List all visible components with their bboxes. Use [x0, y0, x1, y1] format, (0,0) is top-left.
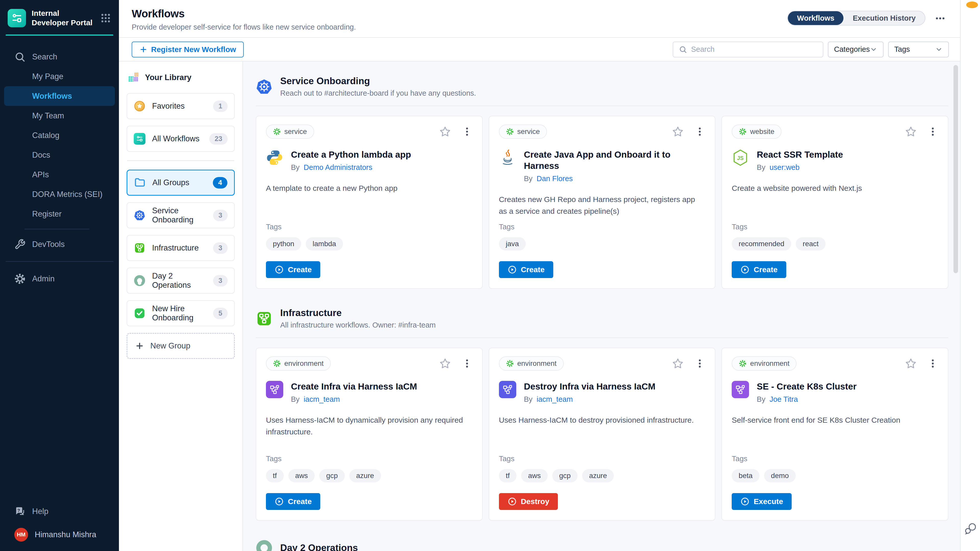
- sidebar-item-help[interactable]: ? Help: [4, 502, 115, 521]
- tag-pill[interactable]: azure: [582, 469, 614, 483]
- tag-pill[interactable]: beta: [732, 469, 759, 483]
- card-owner-link[interactable]: iacm_team: [304, 395, 340, 403]
- create-button[interactable]: Create: [732, 261, 786, 278]
- library-group-day-2-operations[interactable]: Day 2 Operations3: [127, 268, 235, 294]
- card-menu-icon[interactable]: [928, 126, 938, 137]
- register-new-workflow-button[interactable]: Register New Workflow: [132, 41, 244, 57]
- header-menu-icon[interactable]: [935, 13, 946, 24]
- card-description: Create a website powered with Next.js: [732, 183, 938, 194]
- play-icon: [508, 265, 517, 274]
- create-button[interactable]: Create: [266, 493, 320, 510]
- tag-pill[interactable]: python: [266, 237, 301, 251]
- tag-pill[interactable]: aws: [521, 469, 548, 483]
- new-group-button[interactable]: New Group: [127, 333, 235, 359]
- tag-pill[interactable]: java: [499, 237, 526, 251]
- tag-pill[interactable]: azure: [349, 469, 381, 483]
- user-name: Himanshu Mishra: [35, 530, 96, 539]
- tab-workflows[interactable]: Workflows: [788, 11, 843, 25]
- categories-select[interactable]: Categories: [828, 41, 883, 57]
- card-type-chip[interactable]: website: [732, 124, 781, 139]
- card-owner-link[interactable]: Demo Administrators: [304, 163, 372, 171]
- card-owner-link[interactable]: user:web: [770, 163, 800, 171]
- sidebar-item-apis[interactable]: APIs: [4, 165, 115, 184]
- tags-label: Tags: [732, 454, 938, 463]
- sidebar-item-dora-metrics-sei[interactable]: DORA Metrics (SEI): [4, 184, 115, 204]
- search-input[interactable]: [691, 45, 817, 54]
- sidebar-item-workflows[interactable]: Workflows: [4, 86, 115, 106]
- sidebar-item-label: Search: [32, 52, 57, 62]
- tags-select[interactable]: Tags: [888, 41, 949, 57]
- card-type-chip[interactable]: environment: [499, 356, 564, 371]
- sidebar-item-register[interactable]: Register: [4, 204, 115, 224]
- support-chat-icon[interactable]: [964, 521, 977, 535]
- card-owner-link[interactable]: Joe Titra: [770, 395, 798, 403]
- sidebar-item-label: Register: [32, 210, 62, 219]
- workflow-logo-icon: [11, 13, 22, 24]
- tag-pill[interactable]: aws: [288, 469, 315, 483]
- tab-execution-history[interactable]: Execution History: [843, 11, 925, 25]
- card-description: Uses Harness-IaCM to dynamically provisi…: [266, 414, 473, 438]
- section-infrastructure: InfrastructureAll infrastructure workflo…: [256, 308, 948, 521]
- sidebar-item-docs[interactable]: Docs: [4, 145, 115, 165]
- card-type-chip[interactable]: service: [499, 124, 547, 139]
- gear-icon: [14, 273, 25, 284]
- card-type-chip[interactable]: service: [266, 124, 314, 139]
- card-type-chip[interactable]: environment: [266, 356, 331, 371]
- card-description: Creates new GH Repo and Harness project,…: [499, 194, 705, 218]
- sidebar-item-my-page[interactable]: My Page: [4, 67, 115, 86]
- card-title: Create Infra via Harness IaCM: [291, 381, 417, 392]
- favorite-star-icon[interactable]: [439, 126, 451, 138]
- card-menu-icon[interactable]: [694, 358, 705, 369]
- favorite-star-icon[interactable]: [672, 358, 684, 369]
- chevron-down-icon: [870, 46, 877, 53]
- page-header: Workflows Provide developer self-service…: [119, 0, 960, 38]
- scrollbar-thumb[interactable]: [953, 65, 958, 273]
- card-menu-icon[interactable]: [928, 358, 938, 369]
- sidebar-item-devtools[interactable]: DevTools: [4, 234, 115, 254]
- card-type-chip[interactable]: environment: [732, 356, 797, 371]
- create-button[interactable]: Create: [499, 261, 553, 278]
- apps-grid-icon[interactable]: [100, 13, 111, 24]
- sidebar: Internal Developer Portal SearchMy PageW…: [0, 0, 119, 551]
- favorite-star-icon[interactable]: [905, 126, 917, 138]
- chip-gear-icon: [739, 360, 746, 367]
- library-group-infrastructure[interactable]: Infrastructure3: [127, 235, 235, 261]
- tag-pill[interactable]: lambda: [306, 237, 343, 251]
- card-owner-link[interactable]: iacm_team: [537, 395, 573, 403]
- tag-pill[interactable]: gcp: [319, 469, 345, 483]
- search-icon: [14, 51, 25, 62]
- user-menu[interactable]: HM Himanshu Mishra: [4, 525, 115, 545]
- favorite-star-icon[interactable]: [439, 358, 451, 369]
- tag-pill[interactable]: demo: [764, 469, 796, 483]
- library-group-all-groups[interactable]: All Groups4: [127, 170, 235, 196]
- section-subtitle: All infrastructure workflows. Owner: #in…: [280, 321, 436, 329]
- sidebar-item-label: Catalog: [32, 131, 59, 140]
- app-header: Internal Developer Portal: [0, 0, 119, 35]
- tag-pill[interactable]: tf: [499, 469, 517, 483]
- tag-pill[interactable]: tf: [266, 469, 284, 483]
- sidebar-item-my-team[interactable]: My Team: [4, 106, 115, 125]
- destroy-button[interactable]: Destroy: [499, 493, 558, 510]
- card-owner-link[interactable]: Dan Flores: [537, 175, 573, 183]
- sidebar-item-catalog[interactable]: Catalog: [4, 125, 115, 145]
- card-menu-icon[interactable]: [694, 126, 705, 137]
- library-group-all-workflows[interactable]: All Workflows23: [127, 126, 235, 152]
- tag-pill[interactable]: react: [796, 237, 825, 251]
- favorite-star-icon[interactable]: [905, 358, 917, 369]
- tag-pill[interactable]: gcp: [552, 469, 578, 483]
- sidebar-item-label: DevTools: [32, 240, 65, 249]
- sidebar-item-search[interactable]: Search: [4, 47, 115, 67]
- card-menu-icon[interactable]: [462, 126, 473, 137]
- workflow-card: environmentSE - Create K8s ClusterByJoe …: [721, 348, 948, 521]
- tag-pill[interactable]: recommended: [732, 237, 791, 251]
- library-group-favorites[interactable]: Favorites1: [127, 93, 235, 119]
- card-menu-icon[interactable]: [462, 358, 473, 369]
- chip-gear-icon: [506, 128, 514, 135]
- library-group-service-onboarding[interactable]: Service Onboarding3: [127, 202, 235, 228]
- execute-button[interactable]: Execute: [732, 493, 792, 510]
- favorite-star-icon[interactable]: [672, 126, 684, 138]
- library-cubes-icon: [127, 72, 139, 83]
- sidebar-item-admin[interactable]: Admin: [4, 269, 115, 289]
- library-group-new-hire-onboarding[interactable]: New Hire Onboarding5: [127, 300, 235, 326]
- create-button[interactable]: Create: [266, 261, 320, 278]
